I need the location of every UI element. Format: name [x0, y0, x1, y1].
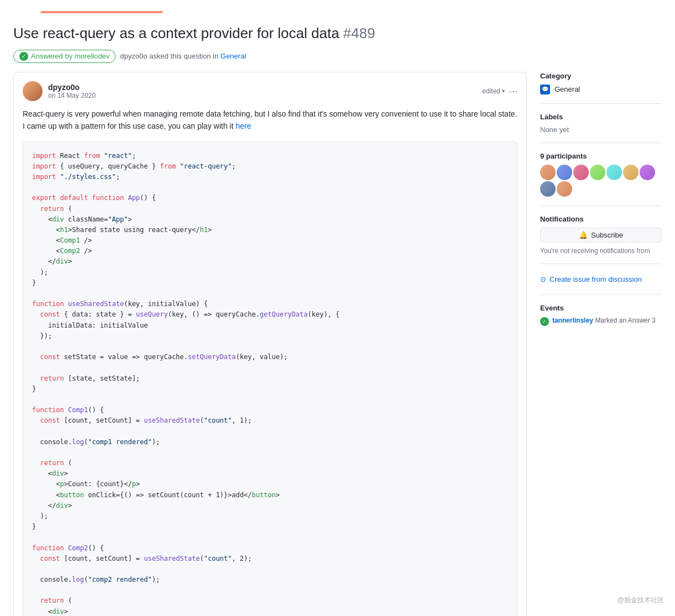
subscribe-button[interactable]: 🔔 Subscribe — [540, 228, 662, 243]
code-content: import React from "react"; import { useQ… — [32, 151, 508, 616]
check-icon: ✓ — [19, 52, 28, 61]
avatar — [23, 81, 43, 101]
edited-label: edited ▾ — [482, 87, 505, 95]
event-user-link[interactable]: tannerlinsley — [552, 317, 593, 324]
participant-avatar — [640, 165, 655, 180]
event-text: tannerlinsley Marked an Answer 3 — [552, 317, 656, 324]
events-section: Events ✓ tannerlinsley Marked an Answer … — [540, 304, 662, 335]
participants-label: 9 participants — [540, 152, 662, 160]
here-link[interactable]: here — [236, 122, 251, 130]
post-body: React-query is very powerful when managi… — [23, 108, 517, 133]
participant-avatar — [573, 165, 589, 180]
category-link[interactable]: General — [221, 52, 246, 60]
chevron-down-icon: ▾ — [502, 88, 505, 94]
participant-avatar — [540, 165, 556, 180]
post-actions: edited ▾ ··· — [482, 86, 517, 96]
labels-label: Labels — [540, 113, 662, 121]
post-card: dpyzo0o on 14 May 2020 edited ▾ ··· Reac… — [13, 72, 527, 616]
notifications-section: Notifications 🔔 Subscribe You're not rec… — [540, 215, 662, 264]
issue-number: #489 — [343, 25, 375, 41]
bell-icon: 🔔 — [579, 231, 588, 239]
author-info: dpyzo0o on 14 May 2020 — [48, 83, 96, 99]
notifications-label: Notifications — [540, 215, 662, 223]
participant-avatar — [557, 165, 572, 180]
participants-avatars — [540, 165, 662, 197]
post-header: dpyzo0o on 14 May 2020 edited ▾ ··· — [23, 81, 517, 101]
event-check-icon: ✓ — [540, 317, 549, 326]
content-area: dpyzo0o on 14 May 2020 edited ▾ ··· Reac… — [13, 72, 527, 616]
category-name: General — [554, 85, 580, 93]
asked-by-text: dpyzo0o asked this question in General — [120, 52, 246, 60]
create-issue-section: ⊙ Create issue from discussion — [540, 273, 662, 295]
post-date: on 14 May 2020 — [48, 92, 96, 99]
title-area: Use react-query as a context provider fo… — [13, 24, 662, 43]
post-author: dpyzo0o on 14 May 2020 — [23, 81, 96, 101]
main-layout: dpyzo0o on 14 May 2020 edited ▾ ··· Reac… — [13, 72, 662, 616]
code-block: import React from "react"; import { useQ… — [23, 141, 517, 616]
category-item: 💬 General — [540, 85, 662, 94]
event-item: ✓ tannerlinsley Marked an Answer 3 — [540, 317, 662, 326]
labels-section: Labels None yet — [540, 113, 662, 143]
answered-label: Answered by morellodev — [31, 52, 109, 60]
more-options-button[interactable]: ··· — [509, 86, 517, 96]
participant-avatar — [606, 165, 622, 180]
notification-desc: You're not receiving notifications from — [540, 247, 662, 255]
labels-value: None yet — [540, 125, 662, 134]
watermark: @掘金技术社区 — [618, 596, 664, 605]
author-name: dpyzo0o — [48, 83, 96, 92]
category-label: Category — [540, 72, 662, 80]
events-label: Events — [540, 304, 662, 312]
create-issue-button[interactable]: ⊙ Create issue from discussion — [540, 273, 642, 286]
status-bar: ✓ Answered by morellodev dpyzo0o asked t… — [13, 50, 662, 63]
participant-avatar — [540, 181, 556, 197]
top-progress-bar — [41, 11, 163, 13]
participant-avatar — [623, 165, 639, 180]
sidebar: Category 💬 General Labels None yet 9 par… — [540, 72, 662, 616]
participants-section: 9 participants — [540, 152, 662, 206]
participant-avatar — [557, 181, 572, 197]
circle-dot-icon: ⊙ — [540, 275, 546, 283]
category-icon: 💬 — [540, 85, 550, 94]
category-section: Category 💬 General — [540, 72, 662, 104]
issue-title: Use react-query as a context provider fo… — [13, 24, 662, 43]
answered-badge: ✓ Answered by morellodev — [13, 50, 116, 63]
participant-avatar — [590, 165, 605, 180]
